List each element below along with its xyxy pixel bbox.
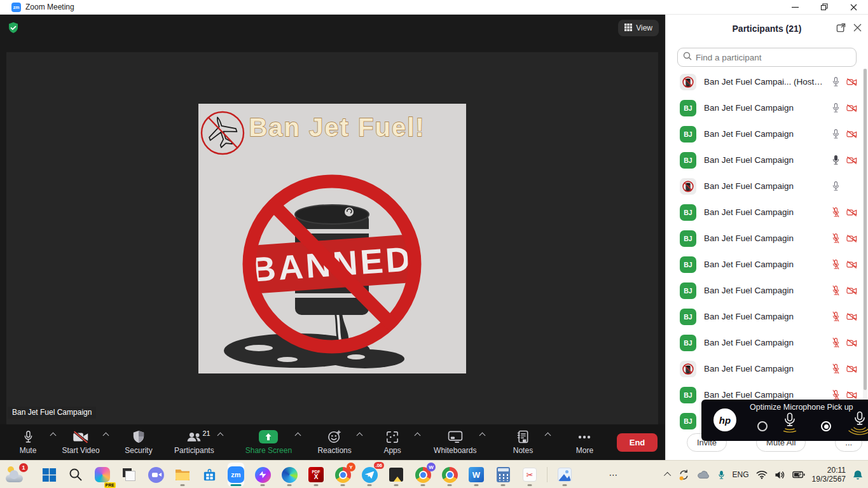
security-button[interactable]: Security [120, 426, 158, 459]
video-status-icon [846, 391, 857, 400]
campaign-logo-avatar [681, 362, 695, 376]
participant-row[interactable]: Ban Jet Fuel Campai... (Host, me) [666, 69, 864, 95]
view-button[interactable]: View [618, 20, 659, 36]
video-status-icon [846, 156, 857, 165]
whiteboards-button[interactable]: Whiteboards [434, 426, 476, 459]
taskbar-chat-button[interactable] [148, 463, 164, 487]
taskbar-chrome-w-button[interactable]: W [415, 463, 431, 487]
tray-clock[interactable]: 20:11 19/3/2567 [812, 466, 846, 484]
participant-list: Ban Jet Fuel Campai... (Host, me) BJ [666, 69, 864, 442]
taskbar-snipping-button[interactable]: ✂ [521, 463, 538, 487]
end-meeting-button[interactable]: End [617, 433, 658, 452]
photos-icon [558, 468, 572, 482]
restore-button[interactable] [809, 0, 839, 14]
mic-status-icon [831, 259, 841, 270]
participant-row[interactable]: BJ Ban Jet Fuel Campaign [666, 121, 864, 147]
participant-row[interactable]: BJ Ban Jet Fuel Campagin [666, 277, 864, 303]
apps-options-chevron[interactable] [415, 432, 421, 438]
start-video-button[interactable]: Start Video [62, 426, 100, 459]
scrollbar-thumb[interactable] [864, 69, 867, 390]
edge-icon [282, 467, 298, 483]
participant-row[interactable]: BJ Ban Jet Fuel Campagin [666, 199, 864, 225]
reactions-icon [327, 430, 341, 444]
taskbar-telegram-button[interactable]: .06 [361, 463, 378, 487]
participants-scrollbar[interactable] [863, 69, 867, 442]
share-screen-button[interactable]: Share Screen [245, 426, 292, 459]
mic-mode-radio-optimized[interactable] [821, 421, 831, 431]
participant-avatar: BJ [680, 335, 696, 351]
apps-button[interactable]: Apps [373, 426, 411, 459]
taskbar-chrome-y-button[interactable]: Y [334, 463, 351, 487]
notes-button[interactable]: Notes [504, 426, 542, 459]
minimize-button[interactable] [780, 0, 809, 14]
mute-button[interactable]: Mute [9, 426, 47, 459]
participant-name: Ban Jet Fuel Campagin [704, 234, 823, 243]
taskbar-start-button[interactable] [41, 463, 57, 487]
participant-row[interactable]: BJ Ban Jet Fuel Campaign [666, 95, 864, 121]
participants-button[interactable]: 21 Participants [174, 426, 214, 459]
taskbar-pdf-button[interactable]: PDFX [308, 463, 324, 487]
reactions-options-chevron[interactable] [357, 432, 363, 438]
tray-volume-icon[interactable] [775, 470, 785, 480]
video-options-chevron[interactable] [103, 432, 109, 438]
participant-row[interactable]: BJ Ban Jet Fuel Campagin [666, 225, 864, 251]
close-panel-icon[interactable] [853, 23, 862, 34]
participant-avatar: BJ [680, 309, 696, 325]
cloud-icon [6, 475, 23, 482]
chrome-w-badge: W [427, 463, 436, 471]
participants-options-chevron[interactable] [217, 432, 223, 438]
taskbar-copilot-button[interactable]: PRE [94, 463, 111, 487]
taskbar-edge-button[interactable] [281, 463, 298, 487]
mute-options-chevron[interactable] [50, 432, 57, 438]
poster-heading: Ban Jet Fuel! [249, 113, 425, 141]
taskbar-taskview-button[interactable] [121, 463, 137, 487]
taskbar-chrome-image-button[interactable] [441, 463, 458, 487]
taskbar-search-button[interactable] [67, 463, 84, 487]
participant-search[interactable] [677, 48, 857, 67]
taskbar-notes-app-button[interactable] [388, 463, 404, 487]
search-input[interactable] [696, 53, 851, 62]
copilot-pre-badge: PRE [104, 482, 116, 488]
mic-status-icon [831, 76, 841, 87]
tray-chevron-up[interactable] [666, 472, 671, 477]
share-options-chevron[interactable] [295, 432, 301, 438]
participant-row[interactable]: Ban Jet Fuel Campaign [666, 173, 864, 199]
tray-sync-icon[interactable] [678, 469, 690, 481]
close-window-button[interactable] [839, 0, 868, 14]
taskbar-word-button[interactable]: W [468, 463, 485, 487]
more-button[interactable]: More [565, 426, 603, 459]
tray-language[interactable]: ENG [733, 470, 749, 479]
taskbar-overflow-button[interactable]: ⋯ [604, 461, 623, 488]
apps-icon [386, 430, 399, 444]
tray-wifi-icon[interactable] [756, 470, 768, 479]
taskbar-explorer-button[interactable] [174, 463, 191, 487]
participant-name: Ban Jet Fuel Campaign [704, 390, 823, 400]
taskbar-photos-button[interactable] [556, 463, 573, 487]
tray-onedrive-icon[interactable] [697, 470, 710, 479]
mic-status-icon [831, 207, 841, 218]
participant-row[interactable]: BJ Ban Jet Fuel Campaign [666, 330, 864, 356]
taskbar-store-button[interactable] [201, 463, 217, 487]
participant-row[interactable]: BJ Ban Jet Fuel Campaign [666, 147, 864, 173]
hp-audio-overlay: hp Optimize Microphone Pick up [701, 400, 868, 441]
view-button-label: View [636, 24, 652, 32]
reactions-button[interactable]: Reactions [315, 426, 354, 459]
whiteboards-options-chevron[interactable] [479, 432, 486, 438]
taskbar-messenger-button[interactable] [254, 463, 271, 487]
participant-row[interactable]: Ban Jet Fuel Campaign [666, 356, 864, 382]
participant-row[interactable]: BJ Ban Jet Fuel Campaign [666, 303, 864, 330]
security-shield-icon[interactable] [7, 22, 20, 34]
taskbar-weather-widget[interactable]: 1 [5, 465, 27, 484]
participant-name: Ban Jet Fuel Campaign [704, 312, 823, 321]
participant-row[interactable]: BJ Ban Jet Fuel Campagin [666, 251, 864, 277]
notes-options-chevron[interactable] [545, 432, 551, 438]
participant-avatar [680, 178, 696, 195]
mic-mode-radio-standard[interactable] [757, 421, 768, 431]
taskbar-calculator-button[interactable] [495, 463, 511, 487]
tray-notification-bell[interactable] [853, 470, 863, 480]
popout-panel-icon[interactable] [836, 23, 846, 35]
taskbar-zoom-button[interactable]: zm [228, 463, 244, 487]
tray-battery-icon[interactable] [792, 471, 805, 478]
weather-notification-badge: 1 [19, 463, 28, 472]
tray-microphone-icon[interactable] [717, 470, 726, 480]
